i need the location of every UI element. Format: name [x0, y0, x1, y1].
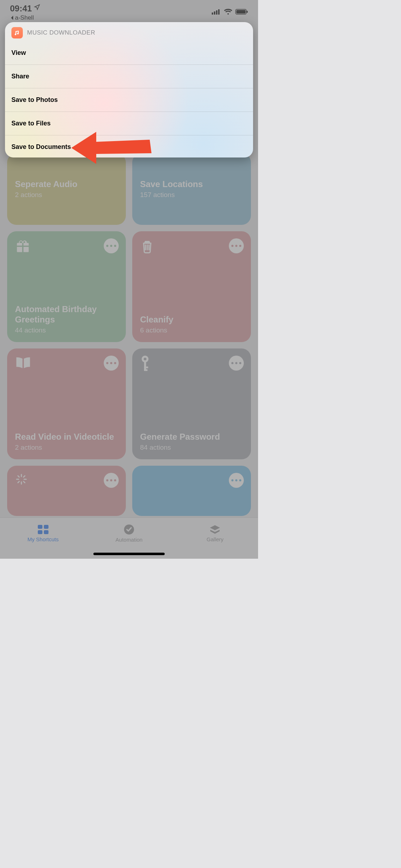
menu-share[interactable]: Share — [5, 64, 253, 88]
menu-save-documents[interactable]: Save to Documents — [5, 135, 253, 157]
menu-save-files[interactable]: Save to Files — [5, 112, 253, 135]
sheet-title: MUSIC DOWNLOADER — [27, 29, 95, 36]
sheet-header: MUSIC DOWNLOADER — [5, 22, 253, 42]
menu-view[interactable]: View — [5, 42, 253, 64]
home-indicator[interactable] — [93, 553, 165, 555]
action-sheet: MUSIC DOWNLOADER View Share Save to Phot… — [5, 22, 253, 157]
music-icon — [11, 27, 23, 38]
menu-save-photos[interactable]: Save to Photos — [5, 88, 253, 112]
